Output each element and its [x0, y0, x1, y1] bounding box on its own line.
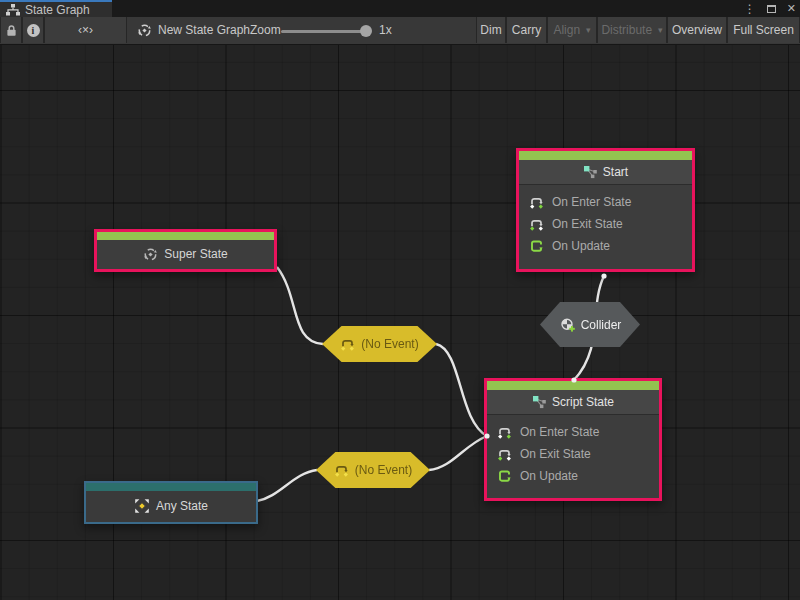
collider-icon	[559, 317, 575, 333]
node-color-strip	[519, 151, 692, 160]
lock-icon	[6, 24, 17, 37]
zoom-label: Zoom	[250, 17, 281, 43]
on-enter-state-icon	[497, 425, 512, 440]
window-controls: ⋮ ✕	[744, 0, 796, 17]
script-state-icon	[532, 395, 546, 409]
align-button[interactable]: Align ▾	[547, 17, 597, 43]
node-script-state[interactable]: Script State On Enter State	[484, 378, 662, 501]
node-color-strip	[97, 232, 274, 240]
node-super-state[interactable]: Super State	[94, 229, 277, 272]
tab-state-graph[interactable]: State Graph	[0, 0, 112, 17]
on-update-icon	[529, 239, 544, 254]
event-row-on-update[interactable]: On Update	[497, 465, 649, 487]
maximize-icon[interactable]	[767, 5, 776, 13]
event-label: On Update	[552, 239, 610, 253]
node-title: (No Event)	[361, 337, 418, 351]
event-row-on-enter-state[interactable]: On Enter State	[529, 191, 682, 213]
graph-canvas[interactable]: Start On Enter State	[0, 45, 800, 600]
info-button[interactable]: i	[22, 17, 44, 43]
any-state-icon	[134, 498, 150, 514]
node-title: Script State	[552, 395, 614, 409]
event-label: On Update	[520, 469, 578, 483]
on-enter-state-icon	[529, 195, 544, 210]
code-button[interactable]: ‹×›	[44, 17, 127, 43]
overview-button[interactable]: Overview	[667, 17, 727, 43]
on-exit-state-icon	[497, 447, 512, 462]
graph-name-group: New State Graph	[137, 17, 250, 43]
graph-name-label: New State Graph	[158, 23, 250, 37]
info-icon: i	[27, 24, 40, 37]
node-title: Super State	[164, 247, 227, 261]
title-bar: State Graph ⋮ ✕	[0, 0, 800, 17]
chevron-down-icon: ▾	[586, 25, 591, 35]
node-color-strip	[86, 483, 256, 491]
lock-button[interactable]	[0, 17, 22, 43]
event-row-on-enter-state[interactable]: On Enter State	[497, 421, 649, 443]
wire-transition2-to-scriptstate	[429, 436, 487, 470]
node-collider[interactable]: Collider	[540, 302, 640, 347]
transition-event-icon	[334, 463, 349, 478]
node-transition-no-event-2[interactable]: (No Event)	[316, 452, 430, 488]
node-title: Any State	[156, 499, 208, 513]
node-title: Start	[603, 165, 628, 179]
on-update-icon	[497, 469, 512, 484]
state-graph-window: State Graph ⋮ ✕ i ‹×›	[0, 0, 800, 600]
node-start[interactable]: Start On Enter State	[516, 148, 695, 272]
code-icon: ‹×›	[78, 23, 93, 37]
tab-title: State Graph	[25, 3, 90, 17]
event-row-on-exit-state[interactable]: On Exit State	[497, 443, 649, 465]
graph-hierarchy-icon	[6, 4, 20, 16]
node-transition-no-event-1[interactable]: (No Event)	[322, 326, 437, 362]
wire-superstate-to-transition1	[277, 267, 323, 344]
script-state-icon	[583, 165, 597, 179]
full-screen-button[interactable]: Full Screen	[727, 17, 800, 43]
dim-button[interactable]: Dim	[476, 17, 506, 43]
close-icon[interactable]: ✕	[787, 3, 796, 14]
node-any-state[interactable]: Any State	[84, 481, 258, 524]
chevron-down-icon: ▾	[658, 25, 663, 35]
port-start-bottom	[601, 273, 606, 278]
wire-transition1-to-scriptstate	[436, 344, 487, 436]
zoom-value: 1x	[379, 17, 392, 43]
event-label: On Enter State	[520, 425, 599, 439]
state-machine-icon	[137, 23, 152, 38]
distribute-button[interactable]: Distribute ▾	[597, 17, 667, 43]
event-label: On Enter State	[552, 195, 631, 209]
distribute-label: Distribute	[601, 23, 652, 37]
wire-anystate-to-transition2	[257, 470, 317, 501]
event-label: On Exit State	[520, 447, 591, 461]
align-label: Align	[553, 23, 580, 37]
transition-event-icon	[340, 337, 355, 352]
node-color-strip	[487, 381, 659, 390]
node-title: Collider	[581, 318, 622, 332]
event-row-on-exit-state[interactable]: On Exit State	[529, 213, 682, 235]
state-machine-icon	[143, 247, 158, 262]
toolbar: i ‹×› New State Graph Zoom 1x Dim Carry …	[0, 17, 800, 45]
zoom-slider-track[interactable]	[281, 30, 369, 33]
event-row-on-update[interactable]: On Update	[529, 235, 682, 257]
on-exit-state-icon	[529, 217, 544, 232]
zoom-slider-handle[interactable]	[360, 25, 372, 37]
window-menu-icon[interactable]: ⋮	[744, 3, 756, 15]
carry-button[interactable]: Carry	[506, 17, 547, 43]
node-title: (No Event)	[355, 463, 412, 477]
event-label: On Exit State	[552, 217, 623, 231]
